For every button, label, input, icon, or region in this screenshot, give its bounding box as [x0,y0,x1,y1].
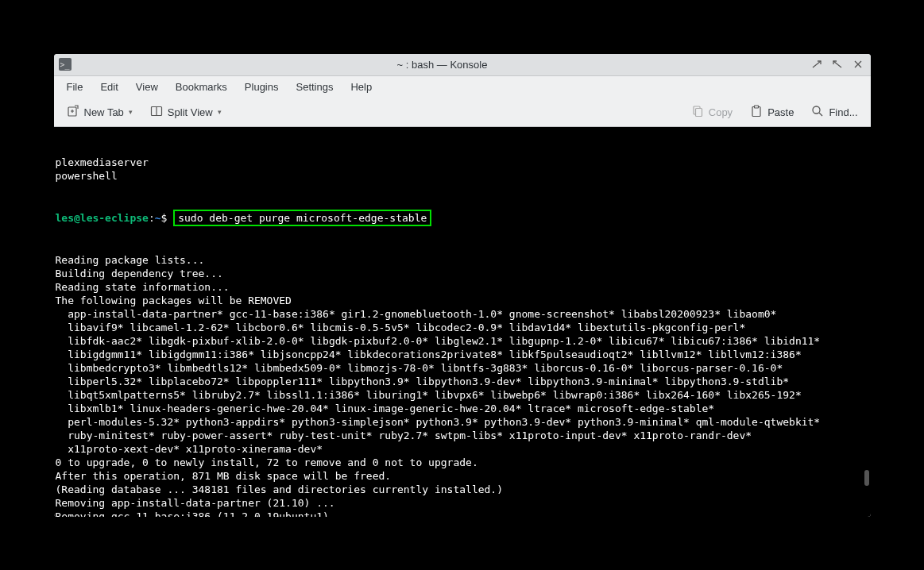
split-view-label: Split View [168,106,213,118]
terminal-line: plexmediaserver [56,156,869,169]
copy-button[interactable]: Copy [685,102,739,123]
terminal-line: libmbedcrypto3* libmbedtls12* libmbedx50… [56,361,869,375]
toolbar: New Tab ▾ Split View ▾ Copy Paste Find..… [54,98,871,127]
terminal-line: Reading package lists... [56,253,869,267]
find-button[interactable]: Find... [805,102,864,123]
terminal-line: x11proto-xext-dev* x11proto-xinerama-dev… [56,442,869,456]
maximize-button[interactable] [829,56,845,72]
terminal-line: libfdk-aac2* libgdk-pixbuf-xlib-2.0-0* l… [56,334,869,348]
prompt-path: ~ [155,212,161,224]
new-tab-button[interactable]: New Tab ▾ [60,102,139,123]
svg-rect-6 [755,106,759,108]
new-tab-icon [67,105,79,120]
terminal-line: app-install-data-partner* gcc-11-base:i3… [56,307,869,321]
window-controls [809,56,866,72]
menu-settings[interactable]: Settings [288,78,341,96]
terminal-line: libigdgmm11* libigdgmm11:i386* libjsoncp… [56,348,869,361]
menu-edit[interactable]: Edit [92,78,126,96]
search-icon [811,105,824,120]
terminal-icon: >_ [59,58,72,71]
app-window: >_ ~ : bash — Konsole File Edit View Boo… [54,54,871,517]
svg-line-8 [819,113,822,116]
menu-view[interactable]: View [128,78,166,96]
scrollbar[interactable] [863,127,869,517]
command-highlight: sudo deb-get purge microsoft-edge-stable [173,210,431,226]
prompt-line: les@les-eclipse:~$ sudo deb-get purge mi… [56,210,869,226]
terminal-line: libperl5.32* libplacebo72* libpoppler111… [56,375,869,388]
terminal-line: (Reading database ... 348181 files and d… [56,483,869,496]
menubar: File Edit View Bookmarks Plugins Setting… [54,76,871,98]
split-view-button[interactable]: Split View ▾ [144,102,228,123]
minimize-button[interactable] [809,56,825,72]
command-text: sudo deb-get purge microsoft-edge-stable [178,212,427,224]
copy-label: Copy [709,106,733,118]
window-title: ~ : bash — Konsole [76,59,809,71]
terminal-line: perl-modules-5.32* python3-appdirs* pyth… [56,415,869,429]
terminal-line: libqt5xmlpatterns5* libruby2.7* libssl1.… [56,388,869,402]
terminal-line: libavif9* libcamel-1.2-62* libcbor0.6* l… [56,321,869,334]
menu-file[interactable]: File [59,78,91,96]
terminal-line: Removing app-install-data-partner (21.10… [56,496,869,510]
terminal-line: The following packages will be REMOVED [56,294,869,307]
prompt-user-host: les@les-eclipse [56,212,149,224]
menu-help[interactable]: Help [342,78,380,96]
terminal-line: ruby-minitest* ruby-power-assert* ruby-t… [56,429,869,442]
new-tab-label: New Tab [84,106,124,118]
chevron-down-icon: ▾ [218,108,222,116]
paste-button[interactable]: Paste [744,102,800,123]
close-button[interactable] [850,56,866,72]
terminal-line: Removing gcc-11-base:i386 (11.2.0-19ubun… [56,510,869,517]
terminal-line: libxmlb1* linux-headers-generic-hwe-20.0… [56,402,869,415]
terminal-line: powershell [56,169,869,183]
terminal-line: Reading state information... [56,280,869,294]
terminal-line: Building dependency tree... [56,267,869,280]
prompt-symbol: $ [161,212,168,224]
paste-icon [750,105,763,120]
terminal-line: After this operation, 871 MB disk space … [56,469,869,483]
menu-plugins[interactable]: Plugins [237,78,287,96]
terminal-line: 0 to upgrade, 0 to newly install, 72 to … [56,456,869,469]
prompt-colon: : [149,212,155,224]
copy-icon [691,105,704,120]
split-view-icon [150,105,163,120]
paste-label: Paste [767,106,794,118]
svg-point-7 [813,106,820,114]
find-label: Find... [829,106,857,118]
chevron-down-icon: ▾ [129,108,133,116]
titlebar[interactable]: >_ ~ : bash — Konsole [54,54,871,76]
scroll-thumb[interactable] [864,470,869,486]
svg-rect-4 [695,108,702,116]
menu-bookmarks[interactable]: Bookmarks [168,78,235,96]
terminal-area[interactable]: plexmediaserverpowershell les@les-eclips… [54,127,871,517]
